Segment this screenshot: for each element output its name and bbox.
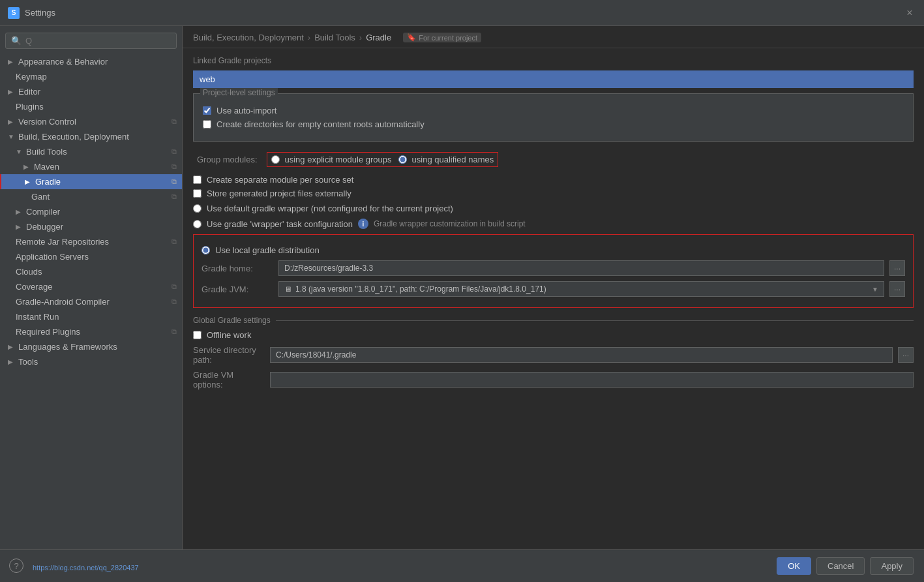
gradle-jvm-label: Gradle JVM: [201,284,273,294]
arrow-icon: ▼ [8,133,16,140]
sidebar-item-label: Maven [34,162,59,172]
ok-button[interactable]: OK [777,557,811,575]
sidebar-item-languages[interactable]: ▶ Languages & Frameworks [0,339,182,354]
linked-projects-label: Linked Gradle projects [193,56,914,65]
cancel-button[interactable]: Cancel [816,557,865,575]
offline-work-row[interactable]: Offline work [193,330,914,340]
arrow-icon: ▶ [8,358,16,365]
search-input[interactable] [25,36,171,46]
create-dirs-row[interactable]: Create directories for empty content roo… [203,119,904,129]
settings-content: Linked Gradle projects web Project-level… [183,48,924,549]
sidebar-item-gradle[interactable]: ▶ Gradle ⧉ [0,174,182,189]
gradle-home-browse-button[interactable]: ... [889,260,905,276]
separate-module-checkbox[interactable] [193,176,201,184]
wrapper-task-radio[interactable] [193,220,201,228]
group-modules-label: Group modules: [197,155,258,164]
sidebar-item-label: Application Servers [16,252,89,262]
group-explicit-option[interactable]: using explicit module groups [271,155,392,164]
sidebar-item-plugins[interactable]: Plugins [0,99,182,114]
separate-module-row[interactable]: Create separate module per source set [193,175,914,185]
offline-checkbox[interactable] [193,331,201,339]
sidebar-item-version-control[interactable]: ▶ Version Control ⧉ [0,114,182,129]
arrow-icon: ▶ [8,88,16,95]
sidebar-item-instant-run[interactable]: Instant Run [0,309,182,324]
linked-project-item[interactable]: web [193,70,914,88]
store-generated-row[interactable]: Store generated project files externally [193,189,914,198]
sidebar-item-label: Remote Jar Repositories [16,237,109,247]
local-gradle-label: Use local gradle distribution [215,245,320,255]
info-icon[interactable]: i [358,219,368,229]
sidebar-item-required-plugins[interactable]: Required Plugins ⧉ [0,324,182,339]
jvm-dropdown-arrow: ▼ [872,286,878,293]
wrapper-info-text: Gradle wrapper customization in build sc… [374,219,526,228]
local-gradle-row[interactable]: Use local gradle distribution [201,245,905,255]
sidebar-item-remote-jar[interactable]: Remote Jar Repositories ⧉ [0,234,182,249]
breadcrumb-build-tools[interactable]: Build Tools [314,33,355,42]
group-qualified-option[interactable]: using qualified names [398,155,494,164]
auto-import-row[interactable]: Use auto-import [203,106,904,115]
close-button[interactable]: × [903,7,916,20]
sidebar-item-gradle-android[interactable]: Gradle-Android Compiler ⧉ [0,294,182,309]
auto-import-checkbox[interactable] [203,106,211,115]
arrow-icon: ▶ [25,178,33,185]
url-link[interactable]: https://blog.csdn.net/qq_2820437 [33,564,139,572]
global-settings-divider: Global Gradle settings [193,316,914,325]
sidebar-item-coverage[interactable]: Coverage ⧉ [0,279,182,294]
store-generated-checkbox[interactable] [193,189,201,198]
title-bar: S Settings × [0,0,924,26]
sidebar-item-editor[interactable]: ▶ Editor [0,84,182,99]
auto-import-label: Use auto-import [216,106,276,115]
sidebar-item-build-execution[interactable]: ▼ Build, Execution, Deployment [0,129,182,144]
copy-icon: ⧉ [171,283,177,291]
service-dir-input[interactable] [270,347,893,363]
breadcrumb-tag: 🔖 For current project [403,33,481,42]
local-gradle-radio[interactable] [201,246,210,254]
service-dir-row: Service directory path: ... [193,345,914,365]
group-modules-row: Group modules: using explicit module gro… [193,149,914,170]
jvm-select-value: 1.8 (java version "1.8.0_171", path: C:/… [295,284,872,294]
group-qualified-radio[interactable] [398,155,407,164]
apply-button[interactable]: Apply [870,557,914,575]
sidebar-item-tools[interactable]: ▶ Tools [0,354,182,369]
gradle-home-row: Gradle home: ... [201,260,905,276]
sidebar-item-label: Gradle-Android Compiler [16,297,110,307]
vm-options-input[interactable] [270,372,914,388]
search-box[interactable]: 🔍 [5,33,177,49]
title-text: Settings [25,8,55,18]
arrow-icon: ▶ [8,118,16,125]
breadcrumb-build[interactable]: Build, Execution, Deployment [193,33,304,42]
service-dir-label: Service directory path: [193,345,265,365]
create-dirs-checkbox[interactable] [203,120,211,129]
sidebar-item-compiler[interactable]: ▶ Compiler [0,204,182,219]
sidebar-item-build-tools[interactable]: ▼ Build Tools ⧉ [0,144,182,159]
wrapper-task-row[interactable]: Use gradle 'wrapper' task configuration … [193,219,914,229]
default-wrapper-radio[interactable] [193,204,201,213]
service-dir-browse-button[interactable]: ... [898,347,914,363]
copy-icon: ⧉ [171,162,177,171]
sidebar-item-gant[interactable]: Gant ⧉ [0,189,182,204]
app-icon: S [8,7,20,19]
sidebar-item-clouds[interactable]: Clouds [0,264,182,279]
sidebar-item-keymap[interactable]: Keymap [0,69,182,84]
copy-icon: ⧉ [171,328,177,336]
bottom-bar: ? https://blog.csdn.net/qq_2820437 OK Ca… [0,549,924,582]
content-area: Build, Execution, Deployment › Build Too… [183,26,924,549]
sidebar-item-appearance[interactable]: ▶ Appearance & Behavior [0,54,182,69]
sidebar-item-debugger[interactable]: ▶ Debugger [0,219,182,234]
help-button[interactable]: ? [9,559,23,573]
sidebar-item-label: Build Tools [26,147,67,157]
wrapper-task-label: Use gradle 'wrapper' task configuration [207,219,353,229]
sidebar-item-label: Keymap [16,72,47,82]
gradle-jvm-select[interactable]: 🖥 1.8 (java version "1.8.0_171", path: C… [278,281,884,297]
gradle-home-input[interactable] [278,260,884,276]
store-generated-label: Store generated project files externally [207,189,351,198]
default-wrapper-row[interactable]: Use default gradle wrapper (not configur… [193,204,914,213]
copy-icon: ⧉ [171,117,177,126]
group-explicit-radio[interactable] [271,155,280,164]
sidebar-item-maven[interactable]: ▶ Maven ⧉ [0,159,182,174]
arrow-icon: ▶ [23,163,31,170]
sidebar-item-app-servers[interactable]: Application Servers [0,249,182,264]
gradle-jvm-browse-button[interactable]: ... [889,281,905,297]
copy-icon: ⧉ [171,177,177,186]
sidebar: 🔍 ▶ Appearance & Behavior Keymap ▶ Edito… [0,26,183,549]
